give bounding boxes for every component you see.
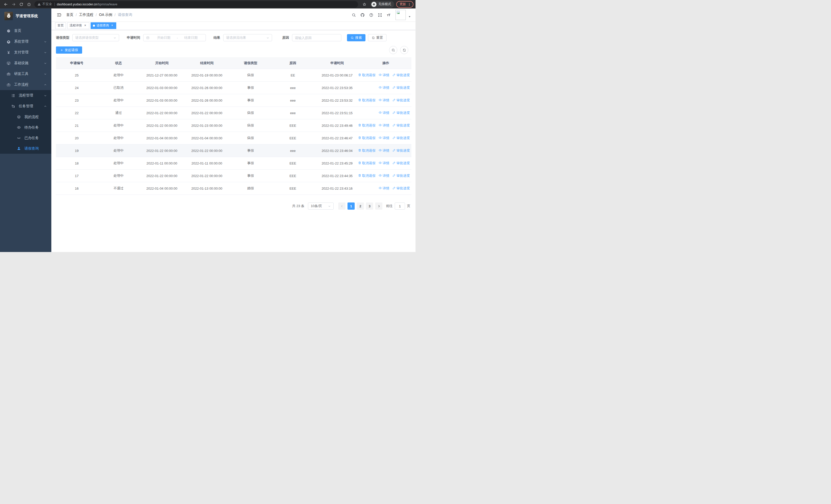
apply-time-range-picker[interactable]: 开始日期 - 结束日期 [143,34,206,41]
detail-action-link[interactable]: 详情 [378,161,389,166]
cancel-action-link[interactable]: 取消请假 [358,73,375,78]
sidebar-item-待办任务[interactable]: 待办任务 [0,122,51,133]
progress-action-link[interactable]: 审批进度 [393,85,410,90]
tag-请假查询[interactable]: 请假查询× [91,22,116,29]
toggle-search-button[interactable] [389,46,397,54]
app-logo-row[interactable]: 芋道管理系统 [0,8,51,23]
detail-action-link[interactable]: 详情 [378,85,389,90]
font-size-button[interactable]: тT [385,11,393,19]
browser-forward-button[interactable] [10,1,18,8]
search-button-label: 搜索 [355,35,362,40]
cancel-action-link[interactable]: 取消请假 [358,98,375,102]
breadcrumb-item-工作流程[interactable]: 工作流程 [79,12,93,17]
chevron-down-icon [44,94,47,97]
goto-page-input[interactable] [395,203,405,210]
cancel-action-link[interactable]: 取消请假 [358,174,375,178]
close-icon[interactable]: × [83,24,87,27]
header-search-button[interactable] [350,11,357,19]
create-leave-button[interactable]: 发起请假 [56,47,82,54]
cell-actions: 取消请假详情审批进度 [360,157,411,169]
cancel-action-link[interactable]: 取消请假 [358,136,375,140]
page-number-list: 123 [346,203,374,210]
progress-action-link[interactable]: 审批进度 [393,98,410,102]
cancel-action-link[interactable]: 取消请假 [358,161,375,166]
progress-action-link[interactable]: 审批进度 [393,73,410,78]
leave-type-select[interactable]: 请选择请假类型 [73,34,119,41]
tag-流程详情[interactable]: 流程详情× [67,22,89,29]
cell-id: 17 [56,170,97,182]
page-button-2[interactable]: 2 [357,203,364,210]
tag-首页[interactable]: 首页 [55,22,66,29]
detail-action-link[interactable]: 详情 [378,98,389,102]
result-select[interactable]: 请选择流结果 [223,34,272,41]
user-menu-caret[interactable] [408,14,411,19]
progress-action-link[interactable]: 审批进度 [393,174,410,178]
progress-action-link[interactable]: 审批进度 [393,123,410,128]
progress-action-link[interactable]: 审批进度 [393,148,410,153]
sidebar-item-已办任务[interactable]: 已办任务 [0,133,51,143]
close-icon[interactable]: × [110,24,114,27]
sidebar-item-基础设施[interactable]: 基础设施 [0,58,51,68]
progress-action-link[interactable]: 审批进度 [393,111,410,115]
next-page-button[interactable] [375,203,382,210]
search-button[interactable]: 搜索 [347,34,366,41]
browser-home-button[interactable] [25,1,33,8]
cell-status: 处理中 [97,157,139,169]
page-button-3[interactable]: 3 [366,203,373,210]
cancel-action-link[interactable]: 取消请假 [358,123,375,128]
detail-action-link[interactable]: 详情 [378,136,389,140]
refresh-table-button[interactable] [400,46,408,54]
sidebar-item-研发工具[interactable]: 研发工具 [0,68,51,79]
chevron-down-icon [44,51,47,54]
fullscreen-button[interactable] [376,11,384,19]
browser-reload-button[interactable] [18,1,25,8]
github-link[interactable] [359,11,366,19]
sidebar-item-我的流程[interactable]: 我的流程 [0,112,51,122]
sidebar-item-支付管理[interactable]: 支付管理 [0,47,51,58]
sidebar-item-首页[interactable]: 首页 [0,25,51,36]
detail-action-link[interactable]: 详情 [378,148,389,153]
help-button[interactable] [367,11,375,19]
sidebar-item-label: 我的流程 [24,115,39,119]
sidebar-item-工作流程[interactable]: 工作流程 [0,79,51,90]
detail-action-link[interactable]: 详情 [378,174,389,178]
chevron-down-icon [266,36,269,39]
breadcrumb-item-OA 示例[interactable]: OA 示例 [99,12,112,17]
breadcrumb-item-首页[interactable]: 首页 [66,12,74,17]
browser-menu-icon[interactable] [408,3,411,6]
address-bar[interactable]: 不安全 dashboard.yudao.iocoder.cn/bpm/oa/le… [34,1,358,8]
bookmark-star-button[interactable] [361,1,368,8]
cell-actions: 取消请假详情审批进度 [360,119,411,131]
cell-id: 23 [56,94,97,107]
prev-page-button[interactable] [338,203,345,210]
sidebar-item-流程管理[interactable]: 流程管理 [0,90,51,101]
progress-action-link[interactable]: 审批进度 [393,136,410,140]
detail-action-link[interactable]: 详情 [378,123,389,128]
sidebar-item-任务管理[interactable]: 任务管理 [0,101,51,112]
cell-reason: eee [272,145,314,157]
sidebar-item-系统管理[interactable]: 系统管理 [0,36,51,47]
browser-back-button[interactable] [2,1,10,8]
reason-input[interactable] [295,36,339,40]
sidebar-collapse-button[interactable] [55,11,63,19]
progress-action-link[interactable]: 审批进度 [393,186,410,191]
sidebar-item-请假查询[interactable]: 请假查询 [0,143,51,154]
browser-update-button[interactable]: 更新 [396,1,413,8]
detail-action-link[interactable]: 详情 [378,73,389,78]
goto-label: 前往 [386,204,393,208]
view-eye-icon [378,73,382,77]
page-size-select[interactable]: 10条/页 [308,203,334,210]
detail-action-link[interactable]: 详情 [378,111,389,115]
view-eye-icon [378,161,382,165]
cancel-action-link[interactable]: 取消请假 [358,148,375,153]
user-avatar[interactable] [396,10,406,20]
detail-action-link[interactable]: 详情 [378,186,389,191]
cell-reason: EE [272,69,314,81]
view-eye-icon [378,149,382,153]
create-leave-label: 发起请假 [65,48,78,52]
progress-action-link[interactable]: 审批进度 [393,161,410,166]
reset-button[interactable]: 重置 [368,34,386,41]
page-button-1[interactable]: 1 [347,203,355,210]
toolbox-icon [6,72,11,76]
edit-pen-icon [393,86,396,90]
